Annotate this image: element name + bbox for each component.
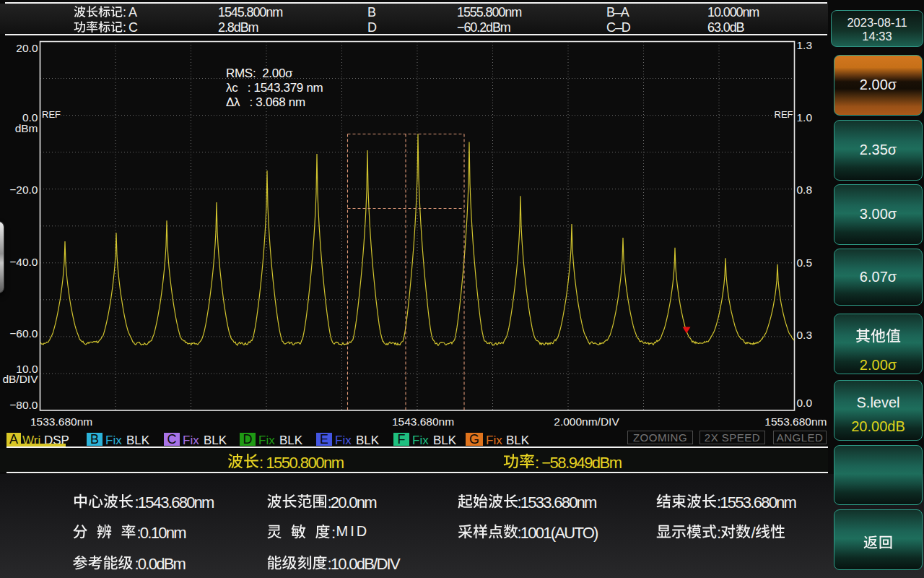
svg-text:1.0: 1.0: [797, 111, 813, 124]
svg-text:−40.0: −40.0: [9, 256, 38, 268]
svg-text:−80.0: −80.0: [9, 399, 38, 411]
svg-text:1.3: 1.3: [797, 39, 813, 51]
svg-text:0.0: 0.0: [797, 397, 813, 409]
svg-text:1553.680nm: 1553.680nm: [764, 415, 827, 428]
svg-text:0.5: 0.5: [797, 256, 813, 269]
svg-text:2.000nm/DIV: 2.000nm/DIV: [554, 415, 619, 428]
svg-text:REF: REF: [42, 109, 61, 120]
svg-text:dBm: dBm: [15, 122, 38, 134]
svg-text:REF: REF: [775, 109, 793, 120]
svg-text:RMS: 2.00σ: RMS: 2.00σ: [226, 66, 293, 80]
svg-text:λc : 1543.379 nm: λc : 1543.379 nm: [226, 81, 323, 95]
svg-text:−60.0: −60.0: [9, 327, 38, 340]
svg-text:0.3: 0.3: [797, 329, 813, 341]
svg-text:1533.680nm: 1533.680nm: [30, 415, 92, 428]
svg-text:dB/DIV: dB/DIV: [2, 373, 38, 385]
svg-text:0.8: 0.8: [797, 184, 813, 196]
svg-text:−20.0: −20.0: [9, 184, 38, 196]
svg-text:20.0: 20.0: [16, 42, 38, 54]
svg-text:1543.680nm: 1543.680nm: [392, 415, 454, 428]
svg-text:Δλ : 3.068 nm: Δλ : 3.068 nm: [226, 95, 305, 109]
